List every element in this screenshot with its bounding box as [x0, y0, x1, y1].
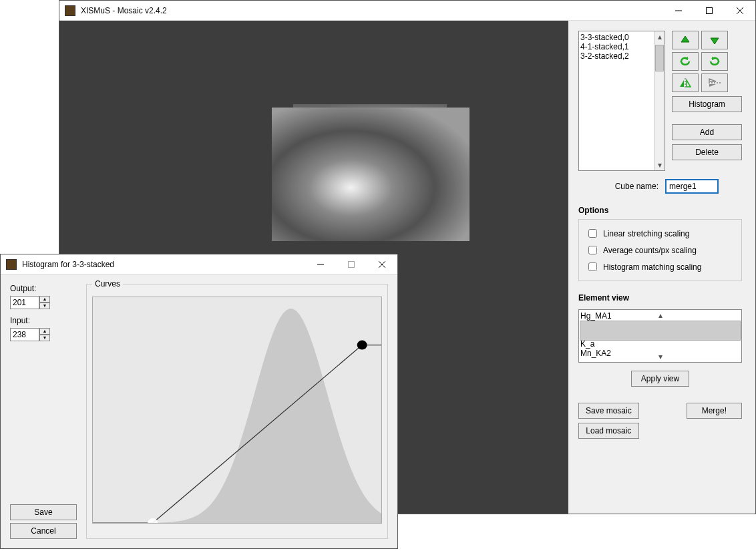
scroll-up-icon[interactable]: ▴	[654, 31, 665, 42]
avg-scaling-label: Average counts/px scaling	[603, 246, 697, 255]
list-item[interactable]: 3-2-stacked,2	[580, 51, 663, 61]
options-box: Linear stretching scaling Average counts…	[578, 219, 742, 281]
apply-view-button[interactable]: Apply view	[631, 371, 689, 387]
linear-scaling-checkbox[interactable]	[588, 229, 597, 238]
save-button[interactable]: Save	[10, 504, 77, 520]
side-panel: 3-3-stacked,0 4-1-stacked,1 3-2-stacked,…	[568, 21, 755, 514]
histogram-title: Histogram for 3-3-stacked	[22, 260, 305, 269]
list-item[interactable]: 3-3-stacked,0	[580, 33, 663, 42]
list-item[interactable]: 4-1-stacked,1	[580, 42, 663, 51]
input-label: Input:	[10, 316, 77, 325]
move-up-button[interactable]	[672, 31, 699, 49]
options-title: Options	[578, 206, 742, 215]
hist-scaling-label: Histogram matching scaling	[603, 262, 701, 272]
input-spinner[interactable]: ▲▼	[10, 328, 50, 341]
rotate-ccw-button[interactable]	[672, 52, 699, 71]
minimize-button[interactable]	[663, 1, 694, 21]
maximize-button[interactable]	[694, 1, 725, 21]
scrollbar[interactable]: ▴ ▾	[654, 31, 665, 170]
add-button[interactable]: Add	[672, 124, 742, 140]
scroll-down-icon[interactable]: ▾	[579, 351, 741, 362]
linear-scaling-label: Linear stretching scaling	[603, 229, 689, 238]
app-icon	[6, 259, 17, 270]
svg-rect-1	[707, 7, 713, 13]
element-list[interactable]: Hg_MA1 Hg_MB Hg_MG K_a Mn_KA2 ▴ ▾	[578, 309, 742, 363]
svg-rect-7	[349, 261, 355, 267]
scroll-thumb[interactable]	[580, 321, 741, 341]
list-item[interactable]: K_a	[580, 339, 740, 349]
output-label: Output:	[10, 284, 77, 293]
histogram-titlebar: Histogram for 3-3-stacked	[1, 254, 397, 274]
output-spinner[interactable]: ▲▼	[10, 296, 50, 309]
input-input[interactable]	[10, 328, 39, 341]
load-mosaic-button[interactable]: Load mosaic	[578, 423, 639, 439]
scroll-up-icon[interactable]: ▴	[579, 310, 741, 321]
flip-vertical-button[interactable]	[701, 73, 728, 92]
output-input[interactable]	[10, 296, 39, 309]
curves-panel: Curves	[86, 284, 388, 539]
scroll-thumb[interactable]	[655, 45, 664, 71]
close-button[interactable]	[367, 254, 397, 274]
hist-scaling-checkbox[interactable]	[588, 262, 597, 271]
element-view-title: Element view	[578, 293, 742, 303]
minimize-button[interactable]	[305, 254, 336, 274]
scroll-down-icon[interactable]: ▾	[654, 160, 665, 170]
spin-up-icon[interactable]: ▲	[39, 296, 50, 303]
main-title: XISMuS - Mosaic v2.4.2	[81, 6, 663, 15]
flip-horizontal-button[interactable]	[672, 73, 699, 92]
cancel-button[interactable]: Cancel	[10, 523, 77, 539]
cube-name-input[interactable]	[665, 179, 719, 194]
spin-down-icon[interactable]: ▼	[39, 303, 50, 309]
spin-up-icon[interactable]: ▲	[39, 328, 50, 335]
main-titlebar: XISMuS - Mosaic v2.4.2	[59, 1, 755, 21]
rotate-cw-button[interactable]	[701, 52, 728, 71]
svg-point-11	[148, 518, 158, 523]
close-button[interactable]	[725, 1, 755, 21]
cube-name-label: Cube name:	[578, 182, 658, 191]
histogram-window: Histogram for 3-3-stacked Output: ▲▼ Inp…	[0, 254, 398, 549]
move-down-button[interactable]	[701, 31, 728, 49]
svg-point-12	[357, 341, 367, 350]
merge-button[interactable]: Merge!	[687, 403, 742, 419]
curves-plot[interactable]	[92, 297, 382, 524]
spin-down-icon[interactable]: ▼	[39, 335, 50, 341]
maximize-button	[336, 254, 367, 274]
histogram-button[interactable]: Histogram	[672, 96, 742, 112]
mosaic-tile[interactable]	[272, 108, 469, 241]
item-list[interactable]: 3-3-stacked,0 4-1-stacked,1 3-2-stacked,…	[578, 31, 665, 171]
save-mosaic-button[interactable]: Save mosaic	[578, 403, 639, 419]
svg-marker-10	[93, 309, 381, 523]
curves-label: Curves	[92, 279, 123, 289]
avg-scaling-checkbox[interactable]	[588, 246, 597, 254]
app-icon	[65, 5, 75, 16]
delete-button[interactable]: Delete	[672, 144, 742, 160]
